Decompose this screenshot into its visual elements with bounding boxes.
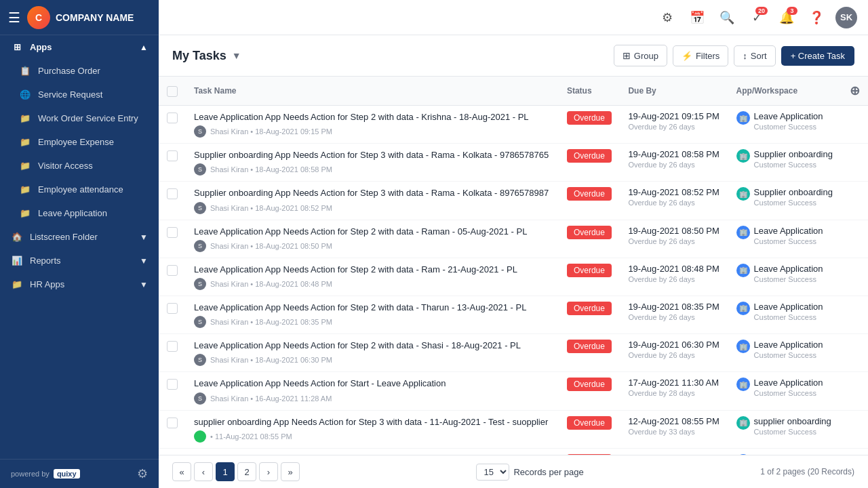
sort-button[interactable]: ↕ Sort — [734, 45, 775, 66]
task-app-cell: 🏢Supplier onboardingCustomer Success — [728, 144, 842, 182]
next-page-button[interactable]: › — [259, 462, 278, 481]
task-assignee-avatar: S — [194, 316, 206, 328]
sidebar-item-visitor-access-label: Visitor Access — [38, 161, 93, 171]
tasks-icon[interactable]: ✓ 20 — [746, 7, 768, 28]
task-name[interactable]: Supplier onboarding App Needs Action for… — [194, 149, 551, 161]
row-checkbox[interactable] — [167, 341, 178, 352]
sidebar-item-apps[interactable]: ⊞ Apps ▲ — [0, 35, 159, 59]
first-page-button[interactable]: « — [172, 462, 191, 481]
task-name[interactable]: Leave Application App Needs Action for S… — [194, 378, 551, 390]
task-name[interactable]: Supplier onboarding App Needs Action for… — [194, 187, 551, 199]
task-extra-cell — [842, 372, 868, 410]
settings-icon[interactable]: ⚙ — [137, 466, 148, 481]
task-overdue-text: Overdue by 26 days — [628, 123, 719, 131]
task-name-cell: Leave Application App Needs Action for S… — [186, 220, 559, 258]
records-per-page-label: Records per page — [513, 467, 583, 477]
add-col-header[interactable]: ⊕ — [842, 77, 868, 106]
sidebar-item-leave-application[interactable]: 📁 Leave Application — [0, 201, 159, 225]
service-request-icon: 🌐 — [19, 89, 31, 100]
reports-chevron-icon: ▼ — [140, 256, 148, 266]
hamburger-icon[interactable]: ☰ — [8, 9, 20, 26]
filters-button[interactable]: ⚡ Filters — [673, 45, 728, 66]
select-all-checkbox[interactable] — [167, 86, 178, 97]
row-checkbox[interactable] — [167, 265, 178, 276]
row-checkbox-cell — [159, 220, 186, 258]
task-assignee-avatar: S — [194, 240, 206, 252]
task-name[interactable]: Leave Application App Needs Action for S… — [194, 226, 551, 238]
search-icon[interactable]: 🔍 — [716, 7, 738, 28]
sidebar-item-work-order[interactable]: 📁 Work Order Service Entry — [0, 106, 159, 130]
sidebar-item-reports[interactable]: 📊 Reports ▼ — [0, 249, 159, 272]
task-due-date: 19-Aug-2021 08:52 PM — [628, 187, 719, 197]
task-assignee-avatar — [194, 430, 206, 443]
task-name[interactable]: Leave Application App Needs Action for S… — [194, 302, 551, 314]
sidebar-item-service-request[interactable]: 🌐 Service Request — [0, 83, 159, 106]
calendar-icon[interactable]: 📅 — [686, 7, 708, 28]
row-checkbox[interactable] — [167, 113, 178, 123]
sidebar-item-service-request-label: Service Request — [38, 89, 102, 100]
group-button[interactable]: ⊞ Group — [614, 45, 667, 66]
task-name-cell: Supplier onboarding App Needs Action for… — [186, 144, 559, 182]
create-task-button[interactable]: + Create Task — [781, 46, 854, 66]
task-due-date: 19-Aug-2021 06:30 PM — [628, 340, 719, 350]
sidebar-header: ☰ C COMPANY NAME — [0, 0, 159, 35]
last-page-button[interactable]: » — [281, 462, 300, 481]
status-badge: Overdue — [567, 378, 612, 391]
task-extra-cell — [842, 182, 868, 220]
app-name: Leave Application — [754, 111, 823, 121]
task-name[interactable]: supplier onboarding App Needs Action for… — [194, 416, 551, 428]
sidebar-item-visitor-access[interactable]: 📁 Visitor Access — [0, 154, 159, 178]
task-due-cell: 19-Aug-2021 08:58 PMOverdue by 26 days — [620, 144, 728, 182]
settings-topbar-icon[interactable]: ⚙ — [656, 7, 678, 28]
add-column-icon[interactable]: ⊕ — [850, 84, 860, 98]
page-1-button[interactable]: 1 — [216, 462, 235, 481]
task-name-header: Task Name — [186, 77, 559, 106]
notifications-badge: 3 — [787, 7, 797, 15]
sidebar-item-listscreen-folder[interactable]: 🏠 Listscreen Folder ▼ — [0, 225, 159, 249]
notifications-icon[interactable]: 🔔 3 — [776, 7, 797, 28]
task-name[interactable]: Leave Application App Needs Action for S… — [194, 264, 551, 276]
status-badge: Overdue — [567, 226, 612, 239]
app-name: Supplier onboarding — [754, 187, 833, 197]
row-checkbox[interactable] — [167, 418, 178, 428]
sidebar-item-employee-expense[interactable]: 📁 Employee Expense — [0, 130, 159, 154]
task-due-date: 19-Aug-2021 08:58 PM — [628, 149, 719, 159]
app-icon: 🏢 — [736, 416, 750, 430]
records-per-page-select[interactable]: 15 25 50 — [476, 464, 509, 481]
status-badge: Overdue — [567, 149, 612, 163]
title-dropdown-icon[interactable]: ▼ — [232, 50, 241, 61]
task-overdue-text: Overdue by 28 days — [628, 389, 719, 397]
sidebar-item-hr-apps[interactable]: 📁 HR Apps ▼ — [0, 272, 159, 296]
page-2-button[interactable]: 2 — [237, 462, 256, 481]
task-extra-cell — [842, 296, 868, 333]
sidebar-item-employee-attendance[interactable]: 📁 Employee attendance — [0, 178, 159, 201]
task-app-cell: 🏢Leave ApplicationCustomer Success — [728, 258, 842, 296]
task-status-cell: Overdue — [559, 182, 620, 220]
row-checkbox[interactable] — [167, 379, 178, 390]
row-checkbox[interactable] — [167, 188, 178, 199]
task-name-cell: Leave Application App Needs Action for S… — [186, 334, 559, 372]
workspace-name: Customer Success — [754, 161, 833, 169]
table-row: Leave Application App Needs Action for S… — [159, 296, 868, 333]
filter-icon: ⚡ — [682, 51, 692, 61]
sidebar-item-purchase-order[interactable]: 📋 Purchase Order — [0, 59, 159, 83]
prev-page-button[interactable]: ‹ — [194, 462, 213, 481]
page-header: My Tasks ▼ ⊞ Group ⚡ Filters ↕ Sort + Cr… — [159, 35, 868, 77]
task-name[interactable]: Leave Application App Needs Action for S… — [194, 340, 551, 352]
help-icon[interactable]: ❓ — [806, 7, 827, 28]
task-overdue-text: Overdue by 26 days — [628, 161, 719, 169]
row-checkbox[interactable] — [167, 150, 178, 161]
avatar[interactable]: SK — [835, 7, 857, 28]
app-name: Supplier onboarding — [754, 149, 833, 159]
task-extra-cell — [842, 410, 868, 448]
row-checkbox[interactable] — [167, 227, 178, 238]
select-all-header[interactable] — [159, 77, 186, 106]
task-app-cell: 🏢Leave ApplicationCustomer Success — [728, 106, 842, 144]
task-name[interactable]: Leave Application App Needs Action for S… — [194, 111, 551, 123]
sidebar-item-purchase-order-label: Purchase Order — [38, 66, 100, 76]
task-status-cell: Overdue — [559, 334, 620, 372]
workspace-name: Customer Success — [754, 199, 833, 207]
row-checkbox-cell — [159, 372, 186, 410]
task-assignee-avatar: S — [194, 202, 206, 214]
row-checkbox[interactable] — [167, 303, 178, 314]
